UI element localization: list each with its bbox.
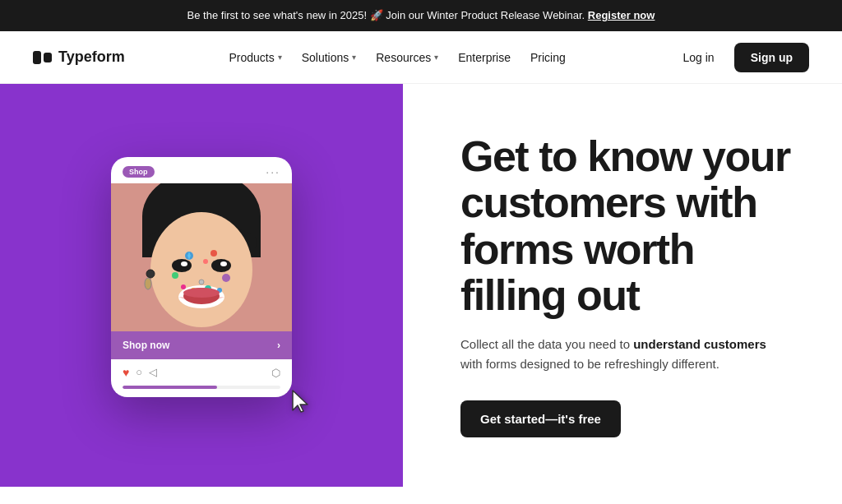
chevron-down-icon: ▾ bbox=[278, 53, 282, 62]
svg-point-8 bbox=[181, 261, 187, 266]
logo-rect-tall bbox=[33, 51, 41, 64]
nav-link-resources[interactable]: Resources ▾ bbox=[368, 46, 446, 69]
cta-button[interactable]: Get started—it's free bbox=[460, 400, 621, 437]
chevron-down-icon: ▾ bbox=[352, 53, 356, 62]
nav-link-solutions[interactable]: Solutions ▾ bbox=[294, 46, 365, 69]
bookmark-icon: ⬡ bbox=[271, 367, 280, 379]
svg-point-9 bbox=[220, 261, 227, 266]
svg-point-12 bbox=[145, 278, 151, 289]
nav-item-products: Products ▾ bbox=[220, 46, 289, 69]
logo-rect-short bbox=[44, 53, 52, 62]
card-progress-bar bbox=[123, 386, 280, 389]
logo-text: Typeform bbox=[58, 49, 125, 66]
nav-actions: Log in Sign up bbox=[670, 43, 809, 72]
announcement-text: Be the first to see what's new in 2025! … bbox=[187, 9, 585, 21]
card-header: Shop ··· bbox=[111, 157, 292, 183]
hero-title: Get to know your customers with forms wo… bbox=[460, 133, 793, 318]
svg-point-11 bbox=[146, 270, 155, 278]
hero-content: Get to know your customers with forms wo… bbox=[403, 84, 842, 487]
card-tag: Shop bbox=[123, 166, 155, 178]
nav-item-pricing: Pricing bbox=[522, 46, 574, 69]
announcement-cta[interactable]: Register now bbox=[588, 9, 655, 21]
svg-point-4 bbox=[150, 212, 252, 327]
svg-point-16 bbox=[222, 274, 230, 282]
svg-point-24 bbox=[183, 288, 220, 298]
nav-links: Products ▾ Solutions ▾ Resources ▾ Enter… bbox=[220, 46, 573, 69]
nav-link-enterprise[interactable]: Enterprise bbox=[450, 46, 519, 69]
hero-subtitle-start: Collect all the data you need to bbox=[460, 337, 633, 351]
card-progress-fill bbox=[123, 386, 217, 389]
login-button[interactable]: Log in bbox=[670, 44, 728, 71]
nav-link-pricing[interactable]: Pricing bbox=[522, 46, 574, 69]
cursor-icon bbox=[289, 389, 312, 421]
hero-section: Shop ··· bbox=[0, 84, 842, 487]
svg-point-6 bbox=[172, 259, 192, 272]
nav-item-enterprise: Enterprise bbox=[450, 46, 519, 69]
svg-point-19 bbox=[181, 284, 186, 289]
nav-item-solutions: Solutions ▾ bbox=[294, 46, 365, 69]
face-illustration bbox=[111, 183, 292, 331]
nav-item-resources: Resources ▾ bbox=[368, 46, 446, 69]
heart-icon: ♥ bbox=[123, 366, 129, 379]
logo[interactable]: Typeform bbox=[33, 49, 125, 66]
hero-visual: Shop ··· bbox=[0, 84, 403, 487]
announcement-bar: Be the first to see what's new in 2025! … bbox=[0, 0, 842, 31]
main-nav: Typeform Products ▾ Solutions ▾ Resource… bbox=[0, 31, 842, 84]
chevron-down-icon: ▾ bbox=[434, 53, 438, 62]
comment-icon: ○ bbox=[136, 366, 142, 379]
share-icon: ◁ bbox=[149, 366, 157, 379]
nav-link-products[interactable]: Products ▾ bbox=[220, 46, 289, 69]
hero-subtitle-end: with forms designed to be refreshingly d… bbox=[460, 357, 719, 371]
card-menu-dots: ··· bbox=[266, 165, 280, 178]
svg-point-14 bbox=[210, 250, 217, 257]
card-image bbox=[111, 183, 292, 331]
phone-card: Shop ··· bbox=[111, 157, 292, 397]
signup-button[interactable]: Sign up bbox=[734, 43, 809, 72]
card-actions: ♥ ○ ◁ ⬡ bbox=[111, 359, 292, 386]
hero-subtitle: Collect all the data you need to underst… bbox=[460, 335, 773, 374]
svg-point-15 bbox=[172, 272, 178, 279]
card-icon-group: ♥ ○ ◁ bbox=[123, 366, 157, 379]
svg-point-21 bbox=[203, 259, 208, 264]
logo-icon bbox=[33, 51, 52, 64]
svg-point-10 bbox=[199, 280, 204, 284]
card-shop-button[interactable]: Shop now › bbox=[111, 331, 292, 359]
svg-point-7 bbox=[211, 259, 231, 272]
hero-subtitle-bold: understand customers bbox=[633, 337, 766, 351]
